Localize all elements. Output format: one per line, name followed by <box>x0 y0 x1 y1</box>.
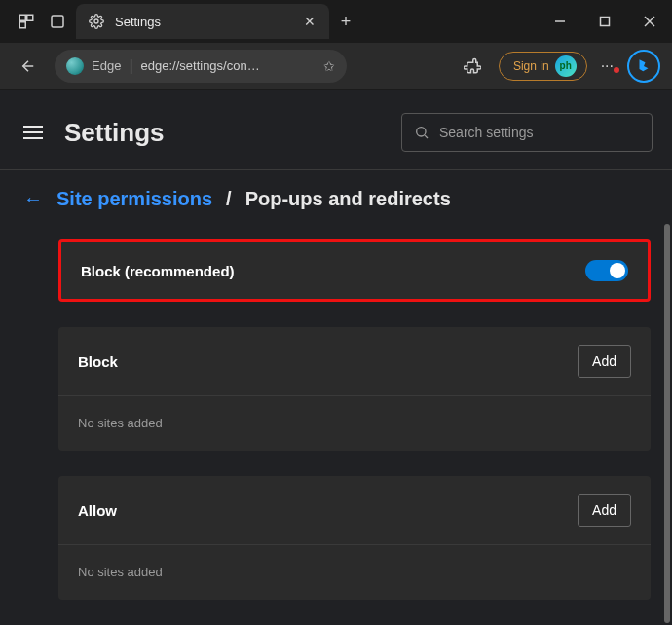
workspaces-icon[interactable] <box>18 13 35 30</box>
scrollbar-track <box>664 224 670 619</box>
breadcrumb: ← Site permissions / Pop-ups and redirec… <box>0 170 672 220</box>
block-recommended-title: Block (recommended) <box>81 263 235 279</box>
block-recommended-toggle[interactable] <box>585 260 628 281</box>
address-separator: | <box>129 57 132 75</box>
profile-avatar-icon: ph <box>555 55 577 77</box>
tab-title: Settings <box>115 15 292 29</box>
search-settings-box[interactable] <box>401 113 653 152</box>
allow-list-card: Allow Add No sites added <box>58 476 651 600</box>
page-title: Settings <box>64 118 382 148</box>
browser-tab[interactable]: Settings ✕ <box>76 4 329 39</box>
block-add-button[interactable]: Add <box>578 345 631 378</box>
svg-rect-3 <box>52 16 63 27</box>
search-input[interactable] <box>439 125 640 140</box>
settings-header: Settings <box>0 90 672 169</box>
browser-toolbar: Edge | edge://settings/con… ✩ Sign in ph… <box>0 43 672 90</box>
window-titlebar: Settings ✕ + <box>0 0 672 43</box>
scrollbar-thumb[interactable] <box>664 224 670 623</box>
block-list-title: Block <box>78 353 118 370</box>
breadcrumb-current: Pop-ups and redirects <box>245 188 451 210</box>
edge-logo-icon <box>66 57 84 75</box>
nav-back-button[interactable] <box>12 50 45 83</box>
minimize-button[interactable] <box>538 0 582 43</box>
breadcrumb-parent-link[interactable]: Site permissions <box>56 188 212 210</box>
gear-icon <box>88 13 105 30</box>
settings-content: Block (recommended) Block Add No sites a… <box>0 220 672 619</box>
svg-rect-0 <box>19 15 25 20</box>
svg-point-9 <box>417 128 426 136</box>
signin-button[interactable]: Sign in ph <box>499 52 587 81</box>
breadcrumb-separator: / <box>226 188 232 210</box>
block-empty-text: No sites added <box>78 416 163 430</box>
signin-label: Sign in <box>513 59 549 73</box>
extensions-icon[interactable] <box>456 50 489 83</box>
svg-point-4 <box>94 19 98 23</box>
svg-line-10 <box>425 135 428 138</box>
bing-chat-button[interactable] <box>627 50 660 83</box>
svg-rect-2 <box>19 22 25 28</box>
favorite-icon[interactable]: ✩ <box>323 58 335 74</box>
svg-rect-6 <box>601 18 610 26</box>
allow-list-title: Allow <box>78 502 117 519</box>
more-menu-button[interactable]: ··· <box>597 57 617 75</box>
block-list-card: Block Add No sites added <box>58 327 651 451</box>
svg-rect-1 <box>27 15 33 20</box>
notification-dot-icon <box>614 67 619 73</box>
allow-empty-text: No sites added <box>78 565 163 579</box>
block-recommended-card: Block (recommended) <box>58 239 651 302</box>
close-window-button[interactable] <box>627 0 672 43</box>
search-icon <box>414 125 429 140</box>
address-url: edge://settings/con… <box>141 58 316 73</box>
breadcrumb-back-icon[interactable]: ← <box>23 188 43 210</box>
maximize-button[interactable] <box>582 0 627 43</box>
tab-actions-icon[interactable] <box>49 13 66 30</box>
close-tab-icon[interactable]: ✕ <box>302 14 317 29</box>
new-tab-button[interactable]: + <box>329 5 362 38</box>
address-source: Edge <box>92 58 121 73</box>
allow-add-button[interactable]: Add <box>578 494 631 527</box>
menu-icon[interactable] <box>23 122 45 143</box>
address-bar[interactable]: Edge | edge://settings/con… ✩ <box>55 50 347 83</box>
